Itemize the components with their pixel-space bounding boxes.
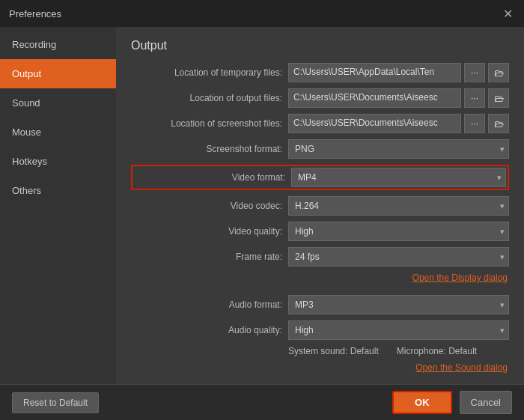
screenshot-format-select[interactable]: PNG <box>288 139 509 159</box>
content-area: Output Location of temporary files: C:\U… <box>116 27 524 384</box>
temp-files-folder-button[interactable]: 🗁 <box>488 63 509 82</box>
sound-dialog-link-row: Open the Sound dialog <box>131 362 509 373</box>
audio-format-select-wrap: MP3 ▾ <box>288 295 509 314</box>
frame-rate-select[interactable]: 24 fps <box>288 247 509 267</box>
sidebar-item-sound[interactable]: Sound <box>0 88 116 118</box>
video-quality-control: High ▾ <box>288 222 509 241</box>
video-codec-label: Video codec: <box>131 201 288 211</box>
sidebar: Recording Output Sound Mouse Hotkeys Oth… <box>0 27 116 384</box>
audio-quality-label: Audio quality: <box>131 325 288 335</box>
audio-quality-select-wrap: High ▾ <box>288 320 509 340</box>
video-quality-row: Video quality: High ▾ <box>131 222 509 241</box>
frame-rate-control: 24 fps ▾ <box>288 247 509 267</box>
bottom-bar: Reset to Default OK Cancel <box>0 384 524 420</box>
video-format-row: Video format: MP4 ▾ <box>131 165 509 190</box>
bottom-actions: OK Cancel <box>392 391 512 414</box>
screenshot-format-select-wrap: PNG ▾ <box>288 139 509 159</box>
frame-rate-select-wrap: 24 fps ▾ <box>288 247 509 267</box>
folder-icon: 🗁 <box>494 93 504 104</box>
video-quality-select[interactable]: High <box>288 222 509 241</box>
screenshot-files-row: Location of screenshot files: C:\Users\U… <box>131 114 509 133</box>
video-quality-select-wrap: High ▾ <box>288 222 509 241</box>
titlebar: Preferences ✕ <box>0 0 524 27</box>
folder-icon: 🗁 <box>494 118 504 130</box>
video-format-label: Video format: <box>134 172 291 183</box>
screenshot-format-label: Screenshot format: <box>131 144 288 154</box>
output-files-folder-button[interactable]: 🗁 <box>488 88 509 108</box>
output-files-label: Location of output files: <box>131 93 288 103</box>
window-title: Preferences <box>9 8 61 19</box>
output-section-title: Output <box>131 39 509 52</box>
output-files-control: C:\Users\USER\Documents\Aiseesc ··· 🗁 <box>288 88 509 108</box>
folder-icon: 🗁 <box>494 67 504 79</box>
temp-files-row: Location of temporary files: C:\Users\US… <box>131 63 509 82</box>
temp-files-control: C:\Users\USER\AppData\Local\Ten ··· 🗁 <box>288 63 509 82</box>
video-codec-control: H.264 ▾ <box>288 196 509 216</box>
screenshot-files-dots-button[interactable]: ··· <box>464 114 485 133</box>
temp-files-label: Location of temporary files: <box>131 67 288 78</box>
system-sound-text: System sound: Default <box>288 346 379 356</box>
frame-rate-row: Frame rate: 24 fps ▾ <box>131 247 509 267</box>
microphone-text: Microphone: Default <box>397 346 477 356</box>
video-codec-select[interactable]: H.264 <box>288 196 509 216</box>
ok-button[interactable]: OK <box>392 391 452 414</box>
open-display-dialog-link[interactable]: Open the Display dialog <box>412 273 508 283</box>
system-sound-info-row: System sound: Default Microphone: Defaul… <box>131 346 509 356</box>
audio-format-label: Audio format: <box>131 299 288 310</box>
video-format-control: MP4 ▾ <box>291 168 506 187</box>
display-dialog-link-row: Open the Display dialog <box>131 273 509 283</box>
audio-format-row: Audio format: MP3 ▾ <box>131 295 509 314</box>
sidebar-item-output[interactable]: Output <box>0 59 116 88</box>
audio-format-control: MP3 ▾ <box>288 295 509 314</box>
temp-files-input[interactable]: C:\Users\USER\AppData\Local\Ten <box>288 63 461 82</box>
video-codec-row: Video codec: H.264 ▾ <box>131 196 509 216</box>
audio-quality-row: Audio quality: High ▾ <box>131 320 509 340</box>
sidebar-item-hotkeys[interactable]: Hotkeys <box>0 147 116 176</box>
screenshot-format-control: PNG ▾ <box>288 139 509 159</box>
video-format-select[interactable]: MP4 <box>291 168 506 187</box>
output-files-dots-button[interactable]: ··· <box>464 88 485 108</box>
screenshot-files-input[interactable]: C:\Users\USER\Documents\Aiseesc <box>288 114 461 133</box>
output-files-row: Location of output files: C:\Users\USER\… <box>131 88 509 108</box>
system-sound-info: System sound: Default Microphone: Defaul… <box>288 346 509 356</box>
sidebar-item-recording[interactable]: Recording <box>0 30 116 59</box>
main-content: Recording Output Sound Mouse Hotkeys Oth… <box>0 27 524 384</box>
sidebar-item-mouse[interactable]: Mouse <box>0 118 116 147</box>
audio-quality-control: High ▾ <box>288 320 509 340</box>
video-codec-select-wrap: H.264 ▾ <box>288 196 509 216</box>
preferences-window: Preferences ✕ Recording Output Sound Mou… <box>0 0 524 420</box>
video-quality-label: Video quality: <box>131 226 288 237</box>
cancel-button[interactable]: Cancel <box>460 391 512 414</box>
reset-to-default-button[interactable]: Reset to Default <box>12 392 99 413</box>
audio-quality-select[interactable]: High <box>288 320 509 340</box>
screenshot-files-control: C:\Users\USER\Documents\Aiseesc ··· 🗁 <box>288 114 509 133</box>
open-sound-dialog-link[interactable]: Open the Sound dialog <box>415 362 508 373</box>
close-button[interactable]: ✕ <box>500 6 515 21</box>
audio-format-select[interactable]: MP3 <box>288 295 509 314</box>
screenshot-format-row: Screenshot format: PNG ▾ <box>131 139 509 159</box>
temp-files-dots-button[interactable]: ··· <box>464 63 485 82</box>
sidebar-item-others[interactable]: Others <box>0 176 116 205</box>
frame-rate-label: Frame rate: <box>131 252 288 262</box>
screenshot-files-folder-button[interactable]: 🗁 <box>488 114 509 133</box>
video-format-select-wrap: MP4 ▾ <box>291 168 506 187</box>
screenshot-files-label: Location of screenshot files: <box>131 118 288 129</box>
output-files-input[interactable]: C:\Users\USER\Documents\Aiseesc <box>288 88 461 108</box>
